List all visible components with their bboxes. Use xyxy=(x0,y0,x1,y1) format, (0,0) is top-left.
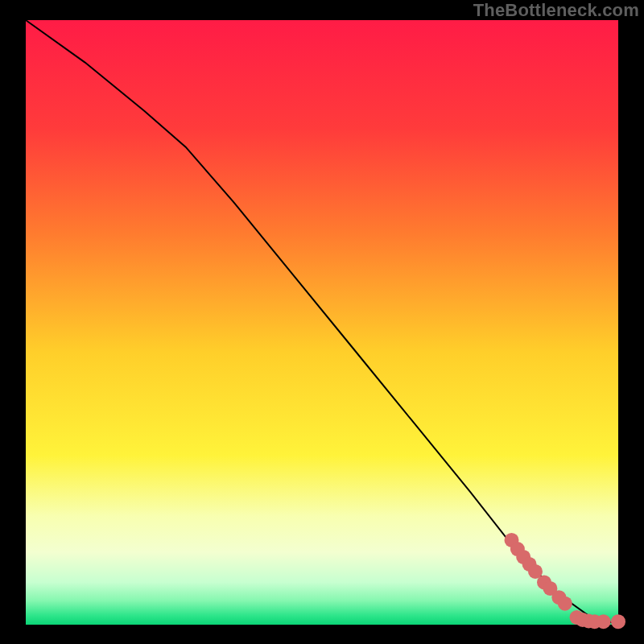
marker-dot xyxy=(558,597,572,611)
chart-stage: TheBottleneck.com xyxy=(0,0,644,644)
watermark-label: TheBottleneck.com xyxy=(473,0,639,21)
plot-background xyxy=(26,20,618,625)
marker-dot xyxy=(597,614,611,629)
marker-dot xyxy=(611,614,625,629)
chart-svg xyxy=(0,0,644,644)
